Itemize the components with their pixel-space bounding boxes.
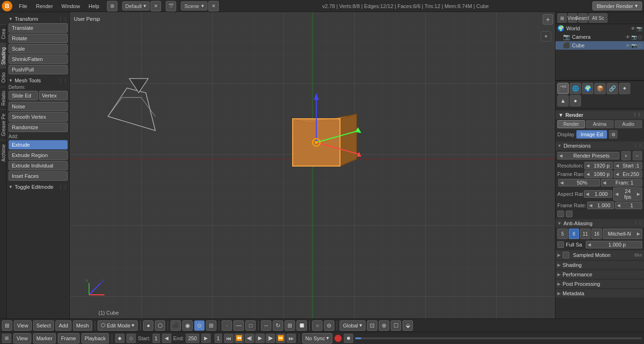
aspect-x-prev-icon[interactable]: ◀ (584, 192, 590, 196)
presets-add-icon[interactable]: + (621, 151, 631, 160)
record-btn[interactable] (334, 335, 342, 342)
tab-ortho[interactable]: Ortio (0, 68, 6, 87)
face-select-btn[interactable]: □ (245, 320, 256, 331)
search-icon[interactable]: Search (578, 13, 588, 23)
window-menu[interactable]: Window (58, 2, 84, 10)
frame-cur-prev-icon[interactable]: ◀ (601, 180, 608, 185)
render-options-icon[interactable]: ⋮⋮ (633, 113, 641, 117)
frame-prev-icon[interactable]: ◀ (162, 334, 171, 343)
extrude-region-btn[interactable]: Extrude Region (9, 150, 68, 160)
frame-end-prev-icon[interactable]: ◀ (614, 172, 620, 176)
add-btn[interactable]: Add (55, 320, 72, 331)
prev-keyframe-btn[interactable]: ◀| (245, 334, 254, 343)
all-scenes-btn[interactable]: All Sc (589, 13, 608, 23)
keyframe-marker-icon[interactable]: ◆ (115, 334, 125, 343)
transform-section-header[interactable]: ▼ Transform ⋮⋮ (9, 16, 68, 22)
right-panel-icon-btn-1[interactable]: ⊞ (557, 13, 567, 23)
extrude-btn[interactable]: Extrude (9, 140, 68, 150)
next-frame-btn[interactable]: ⏩ (276, 334, 286, 343)
prev-frame-btn[interactable]: ⏪ (234, 334, 244, 343)
world-render-icon[interactable]: 📷 (636, 26, 642, 31)
translate-btn[interactable]: Translate (9, 23, 68, 33)
aa-btn-16[interactable]: 16 (591, 229, 602, 239)
dimensions-options-icon[interactable]: ⋮⋮ (634, 143, 642, 148)
prop-tab-modifiers[interactable]: ✦ (619, 83, 630, 94)
tab-create[interactable]: Crea (0, 25, 6, 43)
dimensions-header[interactable]: ▼ Dimensions ⋮⋮ (555, 141, 644, 150)
outliner-item-camera[interactable]: 📷 Camera 👁 📷 ⬡ (555, 33, 644, 41)
onion-skin-btn[interactable]: ⬙ (402, 320, 413, 331)
tab-greasepencil[interactable]: Grease Pe (0, 109, 6, 140)
render-menu[interactable]: Render (32, 2, 57, 10)
vertex-btn[interactable]: Vertex (39, 91, 68, 100)
scene-icon-btn[interactable]: 🎬 (166, 1, 176, 11)
camera-visibility-icon[interactable]: 👁 (626, 35, 630, 40)
edge-select-btn[interactable]: — (233, 320, 244, 331)
record-icon-btn[interactable]: ⏺ (344, 334, 353, 343)
proportional-edit-btn[interactable]: ○ (312, 320, 322, 331)
file-menu[interactable]: File (15, 2, 31, 10)
end-frame-field[interactable]: 250 (186, 334, 199, 343)
post-processing-header[interactable]: ▶ Post Processing (555, 280, 644, 288)
camera-render-icon[interactable]: 📷 (631, 35, 637, 40)
aa-filter-next-icon[interactable]: ▶ (635, 231, 642, 236)
frame-next-icon[interactable]: ▶ (201, 334, 211, 343)
camera-select-icon[interactable]: ⬡ (638, 35, 642, 40)
wireframe-shading-btn[interactable]: ⬡ (155, 320, 165, 331)
move-tool-btn[interactable]: ↔ (261, 320, 271, 331)
crop-checkbox[interactable] (566, 211, 572, 217)
mesh-tools-options-icon[interactable]: ⋮⋮ (58, 78, 68, 83)
rotate-tool-btn[interactable]: ↻ (273, 320, 283, 331)
sync-selector[interactable]: No Sync ▾ (302, 333, 333, 344)
tab-armature[interactable]: Archime (0, 140, 6, 166)
aa-header[interactable]: ▼ Anti-Aliasing ⋮⋮ (555, 219, 644, 228)
world-visibility-icon[interactable]: 👁 (631, 26, 635, 31)
border-checkbox[interactable] (557, 211, 564, 217)
zoom-in-icon[interactable]: + (541, 31, 551, 42)
prop-tab-object[interactable]: 📦 (594, 83, 606, 94)
prop-tab-material[interactable]: ● (570, 95, 581, 106)
tab-relations[interactable]: Relatio (0, 87, 6, 109)
scale-btn[interactable]: Scale (9, 44, 68, 53)
cube-render-icon[interactable]: 📷 (631, 43, 637, 48)
workspace-icon-btn[interactable]: ⊞ (107, 1, 117, 11)
aspect-y-prev-icon[interactable]: ◀ (588, 203, 594, 208)
add-scene-btn[interactable]: ✕ (208, 1, 219, 11)
mesh-btn[interactable]: Mesh (73, 320, 92, 331)
cube-select-icon[interactable]: ⬡ (638, 43, 642, 48)
performance-header[interactable]: ▶ Performance (555, 270, 644, 279)
timeline-marker-btn[interactable]: Marker (33, 333, 56, 344)
material-display-btn[interactable]: ◉ (182, 320, 193, 331)
filter-val-prev-icon[interactable]: ◀ (586, 242, 592, 247)
extrude-individual-btn[interactable]: Extrude Individual (9, 161, 68, 170)
mirror-btn[interactable]: ⊖ (324, 320, 334, 331)
tab-shading[interactable]: Shading (0, 43, 6, 69)
display-value[interactable]: Image Ed (576, 130, 607, 139)
play-btn[interactable]: ▶ (255, 334, 265, 343)
engine-selector[interactable]: Blender Render ▾ (592, 1, 642, 10)
prop-tab-render[interactable]: 🎬 (557, 83, 569, 94)
sampled-motion-header[interactable]: ▶ Sampled Motion Blur (555, 250, 644, 260)
transform-options-icon[interactable]: ⋮⋮ (58, 17, 68, 22)
cube-visibility-icon[interactable]: 👁 (626, 43, 630, 48)
fps-next-icon[interactable]: ▶ (635, 192, 642, 196)
timeline-icon-btn[interactable]: ⊞ (2, 334, 11, 343)
render-tab-anim[interactable]: Anima (586, 120, 613, 128)
res-x-prev-icon[interactable]: ◀ (585, 163, 591, 168)
render-tab-render[interactable]: Render (557, 120, 585, 128)
transform-orientation-selector[interactable]: Global ▾ (340, 320, 366, 331)
push-pull-btn[interactable]: Push/Pull (9, 65, 68, 74)
help-menu[interactable]: Help (85, 2, 103, 10)
start-frame-field[interactable]: 1 (152, 334, 160, 343)
next-keyframe-btn[interactable]: |▶ (266, 334, 275, 343)
solid-shading-btn[interactable]: ● (143, 320, 153, 331)
blender-logo-icon[interactable]: B (2, 1, 12, 11)
jump-start-btn[interactable]: ⏮ (224, 334, 233, 343)
frame-start-prev-icon[interactable]: ◀ (614, 163, 620, 168)
presets-prev-icon[interactable]: ◀ (558, 153, 564, 158)
aa-btn-5[interactable]: 5 (557, 229, 568, 239)
inset-faces-btn[interactable]: Inset Faces (9, 171, 68, 181)
vertex-select-btn[interactable]: · (222, 320, 232, 331)
shading-header[interactable]: ▶ Shading (555, 261, 644, 269)
time-rem-prev-icon[interactable]: ◀ (616, 203, 622, 208)
